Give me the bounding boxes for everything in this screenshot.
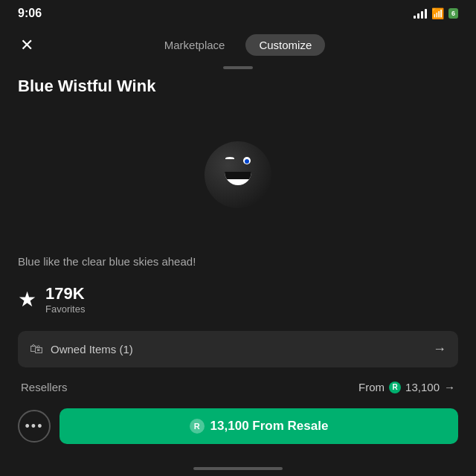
tab-customize[interactable]: Customize bbox=[245, 34, 325, 56]
star-icon: ★ bbox=[18, 287, 36, 312]
home-indicator bbox=[193, 467, 283, 470]
status-time: 9:06 bbox=[18, 7, 42, 20]
more-dots-icon: ••• bbox=[25, 419, 44, 434]
main-content: Blue Wistful Wink Blue like the clear bl… bbox=[0, 77, 476, 444]
head-sphere bbox=[205, 141, 271, 208]
avatar-container bbox=[18, 108, 458, 242]
wifi-icon: 📶 bbox=[431, 7, 444, 19]
bag-icon: 🛍 bbox=[30, 341, 43, 357]
eye-wink bbox=[225, 157, 234, 160]
resellers-arrow-icon: → bbox=[444, 381, 455, 393]
more-options-button[interactable]: ••• bbox=[18, 410, 51, 443]
signal-bars-icon bbox=[414, 8, 427, 19]
status-icons: 📶 6 bbox=[414, 7, 458, 19]
nav-bar: ✕ Marketplace Customize bbox=[0, 27, 476, 63]
eye-pupil bbox=[245, 159, 249, 164]
item-description: Blue like the clear blue skies ahead! bbox=[18, 254, 458, 269]
buy-button[interactable]: R 13,100 From Resale bbox=[60, 408, 458, 444]
buy-row: ••• R 13,100 From Resale bbox=[18, 408, 458, 444]
stat-info: 179K Favorites bbox=[45, 284, 85, 315]
battery-icon: 6 bbox=[448, 8, 458, 19]
status-bar: 9:06 📶 6 bbox=[0, 0, 476, 27]
arrow-right-icon: → bbox=[433, 341, 446, 357]
item-title: Blue Wistful Wink bbox=[18, 77, 458, 96]
smile bbox=[225, 172, 251, 185]
resellers-price-value: 13,100 bbox=[405, 381, 440, 393]
favorites-count: 179K bbox=[45, 284, 85, 303]
resellers-label: Resellers bbox=[21, 381, 68, 393]
close-icon: ✕ bbox=[20, 36, 33, 55]
eyes-area bbox=[225, 157, 251, 164]
close-button[interactable]: ✕ bbox=[15, 33, 39, 57]
owned-items-label: Owned Items (1) bbox=[51, 343, 133, 356]
buy-button-label: 13,100 From Resale bbox=[210, 419, 329, 434]
tabs: Marketplace Customize bbox=[151, 34, 326, 56]
resellers-row: Resellers From R 13,100 → bbox=[18, 381, 458, 393]
resellers-from-text: From bbox=[358, 381, 385, 393]
owned-items-row[interactable]: 🛍 Owned Items (1) → bbox=[18, 331, 458, 367]
robux-icon-btn: R bbox=[190, 419, 205, 434]
smile-inner bbox=[225, 172, 251, 179]
owned-left: 🛍 Owned Items (1) bbox=[30, 341, 133, 357]
drag-handle bbox=[223, 66, 253, 69]
favorites-label: Favorites bbox=[45, 303, 85, 315]
battery-level: 6 bbox=[451, 10, 455, 17]
resellers-price-link[interactable]: From R 13,100 → bbox=[358, 381, 455, 393]
tab-marketplace[interactable]: Marketplace bbox=[151, 34, 239, 56]
eye-open bbox=[243, 157, 251, 164]
avatar-face bbox=[193, 130, 283, 219]
robux-icon-small: R bbox=[389, 382, 401, 393]
stats-row: ★ 179K Favorites bbox=[18, 284, 458, 315]
